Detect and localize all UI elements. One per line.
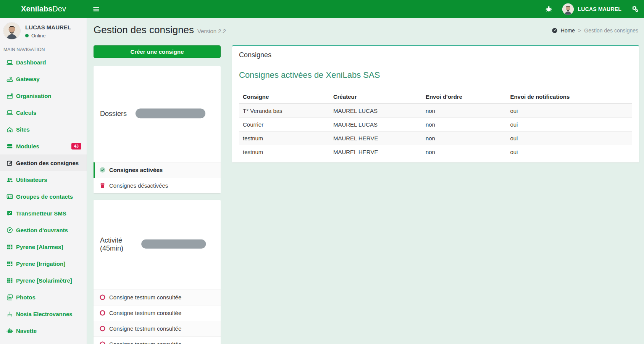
consigne-link[interactable]: T° Veranda bas [239, 104, 329, 118]
sidebar-item-label: Modules [16, 143, 39, 149]
sidebar-item-groupes-de-contacts[interactable]: Groupes de contacts [0, 188, 87, 205]
status-label: Online [31, 33, 46, 39]
dossiers-list: Consignes activées Consignes désactivées [94, 162, 221, 193]
sidebar-toggle-button[interactable] [87, 0, 105, 18]
sidebar-item-organisation[interactable]: Organisation [0, 87, 87, 104]
sidebar-item-label: Pyrene [Irrigation] [16, 260, 65, 267]
dashboard-icon [552, 27, 558, 34]
table-row: CourrierMAUREL LUCASnonoui [239, 118, 632, 132]
sidebar-item-calculs[interactable]: Calculs [0, 104, 87, 121]
navbar-user-menu[interactable]: LUCAS MAUREL [562, 3, 621, 15]
breadcrumb-separator: > [578, 27, 581, 34]
brand-logo[interactable]: XenilabsDev [0, 0, 87, 18]
sidebar-item-label: Transmetteur SMS [16, 210, 66, 217]
breadcrumb: Home > Gestion des consignes [552, 27, 638, 34]
sidebar-item-gestion-d-ouvrants[interactable]: Gestion d'ouvrants [0, 222, 87, 238]
sidebar-item-pyrene-alarmes[interactable]: Pyrene [Alarmes] [0, 238, 87, 255]
sidebar-item-label: Nosia Electrovannes [16, 311, 73, 317]
consignes-panel-header: Consignes [232, 46, 639, 64]
consignes-heading: Consignes activées de XeniLabs SAS [239, 70, 632, 80]
breadcrumb-home-link[interactable]: Home [561, 27, 575, 34]
sidebar-item-label: Dashboard [16, 59, 46, 66]
sidebar-item-gestion-des-consignes[interactable]: Gestion des consignes [0, 154, 87, 171]
sidebar-item-pyrene-irrigation[interactable]: Pyrene [Irrigation] [0, 255, 87, 272]
cell-envoi_ordre: non [422, 132, 506, 145]
cell-envoi_ordre: non [422, 145, 506, 159]
consigne-link[interactable]: testnum [239, 145, 329, 159]
activity-item: Consigne testnum consultée [94, 321, 221, 336]
cell-envoi_notifications: oui [506, 132, 632, 145]
table-icon [6, 260, 13, 267]
activity-item: Consigne testnum consultée [94, 305, 221, 321]
cell-envoi_ordre: non [422, 118, 506, 132]
sidebar-item-nosia-electrovannes[interactable]: Nosia Electrovannes [0, 305, 87, 322]
right-column: Consignes Consignes activées de XeniLabs… [232, 45, 639, 169]
consigne-link[interactable]: Courrier [239, 118, 329, 132]
dossiers-panel-header: Dossiers [94, 66, 221, 162]
consigne-link[interactable]: testnum [239, 132, 329, 145]
activity-item-label: Consigne testnum consultée [109, 294, 181, 301]
user-avatar [3, 23, 20, 39]
table-row: testnumMAUREL HERVEnonoui [239, 132, 632, 145]
collapse-button[interactable] [127, 70, 214, 158]
sidebar-item-sites[interactable]: Sites [0, 121, 87, 138]
circle-outline-icon [99, 294, 106, 301]
cell-createur: MAUREL HERVE [329, 145, 422, 159]
sidebar-item-navette[interactable]: Navette [0, 322, 87, 339]
sidebar-item-label: Calculs [16, 109, 36, 116]
column-header-consigne: Consigne [239, 90, 329, 104]
trash-icon [99, 182, 106, 189]
column-header-envoi-de-notifications: Envoi de notifications [506, 90, 632, 104]
sidebar-item-label: Groupes de contacts [16, 193, 73, 200]
folder-item-consignes-activ-es[interactable]: Consignes activées [94, 162, 221, 178]
collapse-button[interactable] [133, 204, 214, 286]
debug-button[interactable] [545, 5, 552, 13]
consignes-panel: Consignes Consignes activées de XeniLabs… [232, 45, 639, 162]
brand-light: Dev [52, 5, 66, 13]
online-dot-icon [25, 34, 29, 37]
cell-createur: MAUREL HERVE [329, 132, 422, 145]
activity-item-label: Consigne testnum consultée [109, 310, 181, 316]
settings-button[interactable] [631, 5, 639, 13]
cell-createur: MAUREL LUCAS [329, 118, 422, 132]
page-title: Gestion des consignes [94, 24, 194, 35]
dossiers-panel-title: Dossiers [100, 110, 127, 118]
minus-icon [133, 280, 214, 286]
folder-item-consignes-d-sactiv-es[interactable]: Consignes désactivées [94, 178, 221, 193]
consignes-panel-body: Consignes activées de XeniLabs SAS Consi… [232, 64, 639, 162]
cell-envoi_notifications: oui [506, 145, 632, 159]
sidebar-item-modules[interactable]: Modules 43 [0, 138, 87, 154]
sidebar-item-label: Pyrene [Solarimètre] [16, 277, 72, 284]
laptop-icon [6, 59, 13, 66]
sidebar-item-pyrene-solarim-tre[interactable]: Pyrene [Solarimètre] [0, 272, 87, 289]
cell-createur: MAUREL LUCAS [329, 104, 422, 118]
consignes-panel-title: Consignes [239, 51, 271, 59]
bug-icon [545, 5, 552, 13]
hamburger-icon [93, 6, 100, 13]
sidebar-item-gateway[interactable]: Gateway [0, 71, 87, 87]
sidebar-item-label: Sites [16, 126, 30, 133]
create-consigne-button[interactable]: Créer une consigne [94, 45, 221, 58]
server-icon [6, 143, 13, 149]
industry-icon [6, 93, 13, 99]
contact-card-icon [6, 193, 13, 200]
sidebar-item-transmetteur-sms[interactable]: Transmetteur SMS [0, 205, 87, 222]
sidebar-item-label: Photos [16, 294, 36, 301]
valve-icon [6, 311, 13, 317]
minus-icon [127, 153, 214, 158]
activity-item: Consigne testnum consultée [94, 336, 221, 344]
brand-bold: Xenilabs [21, 5, 52, 13]
sidebar-user-status: Online [25, 33, 71, 39]
content-header: Gestion des consignesVersion 2.2 Home > … [94, 24, 639, 45]
sidebar-user-name: LUCAS MAUREL [25, 24, 71, 31]
sidebar: LUCAS MAUREL Online MAIN NAVIGATION Dash… [0, 18, 87, 344]
sidebar-menu: Dashboard Gateway Organisation Calculs S… [0, 54, 87, 339]
shuttle-icon [6, 328, 13, 334]
sidebar-item-utilisateurs[interactable]: Utilisateurs [0, 171, 87, 188]
home-icon [6, 126, 13, 133]
sidebar-item-dashboard[interactable]: Dashboard [0, 54, 87, 71]
sidebar-item-label: Pyrene [Alarmes] [16, 244, 63, 250]
sidebar-item-photos[interactable]: Photos [0, 289, 87, 305]
left-column: Créer une consigne Dossiers Consignes ac… [94, 45, 221, 344]
circle-outline-icon [99, 325, 106, 332]
